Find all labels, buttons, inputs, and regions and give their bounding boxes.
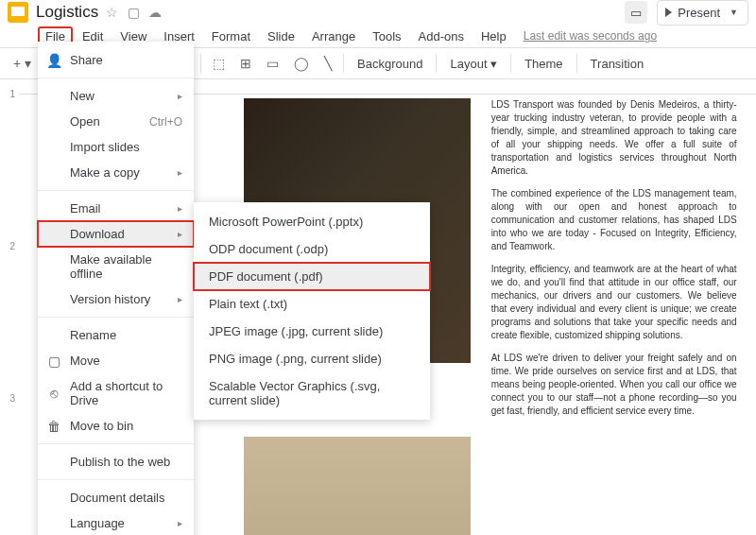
title-icons: ☆ ▢ ☁ (106, 5, 167, 20)
tb-layout[interactable]: Layout ▾ (442, 57, 505, 71)
menu-download[interactable]: Download▸ (38, 221, 194, 247)
folder-icon: ▢ (45, 354, 62, 369)
shortcut-icon: ⎋ (45, 386, 62, 401)
file-dropdown: 👤Share New▸ OpenCtrl+O Import slides Mak… (38, 42, 194, 535)
menu-open[interactable]: OpenCtrl+O (38, 109, 194, 134)
menu-offline[interactable]: Make available offline (38, 247, 194, 286)
menu-doc-details[interactable]: Document details (38, 485, 194, 510)
download-pptx[interactable]: Microsoft PowerPoint (.pptx) (194, 208, 430, 235)
download-pdf[interactable]: PDF document (.pdf) (194, 263, 430, 290)
slide-text: LDS Transport was founded by Denis Medei… (491, 98, 737, 427)
download-svg[interactable]: Scalable Vector Graphics (.svg, current … (194, 372, 430, 414)
menu-share[interactable]: 👤Share (38, 47, 194, 73)
menu-help[interactable]: Help (473, 26, 514, 46)
folder-icon[interactable]: ▢ (128, 5, 140, 20)
menu-version-history[interactable]: Version history▸ (38, 286, 194, 312)
cloud-icon[interactable]: ☁ (148, 5, 162, 20)
tb-theme[interactable]: Theme (517, 57, 570, 71)
share-icon: 👤 (45, 53, 62, 68)
slide-image-bottom (244, 437, 471, 535)
download-odp[interactable]: ODP document (.odp) (194, 235, 430, 263)
download-submenu: Microsoft PowerPoint (.pptx) ODP documen… (194, 202, 430, 420)
present-button[interactable]: Present ▼ (657, 0, 748, 26)
download-txt[interactable]: Plain text (.txt) (194, 290, 430, 318)
bin-icon: 🗑 (45, 419, 62, 434)
slide-thumbnails: 1 2 3 4 (0, 79, 19, 535)
menu-email[interactable]: Email▸ (38, 196, 194, 221)
menu-make-copy[interactable]: Make a copy▸ (38, 160, 194, 185)
doc-title[interactable]: Logistics (36, 3, 98, 22)
download-png[interactable]: PNG image (.png, current slide) (194, 345, 430, 372)
thumb-2[interactable]: 2 (0, 241, 19, 251)
new-slide-button[interactable]: + ▾ (8, 52, 37, 75)
menu-rename[interactable]: Rename (38, 322, 194, 348)
menu-new[interactable]: New▸ (38, 83, 194, 109)
menu-publish[interactable]: Publish to the web (38, 449, 194, 475)
select-icon[interactable]: ⬚ (207, 52, 231, 75)
menu-arrange[interactable]: Arrange (304, 26, 363, 46)
menu-import-slides[interactable]: Import slides (38, 134, 194, 160)
chevron-down-icon[interactable]: ▼ (730, 8, 738, 17)
menu-addons[interactable]: Add-ons (411, 26, 472, 46)
comments-icon[interactable]: ▭ (625, 1, 647, 24)
present-label: Present (678, 6, 720, 20)
menu-slide[interactable]: Slide (260, 26, 302, 46)
menu-move[interactable]: ▢Move (38, 348, 194, 373)
line-icon[interactable]: ╲ (318, 52, 337, 75)
slides-logo (8, 2, 28, 23)
menu-move-bin[interactable]: 🗑Move to bin (38, 413, 194, 439)
menu-tools[interactable]: Tools (365, 26, 408, 46)
star-icon[interactable]: ☆ (106, 5, 118, 20)
download-jpg[interactable]: JPEG image (.jpg, current slide) (194, 318, 430, 345)
menu-add-shortcut[interactable]: ⎋Add a shortcut to Drive (38, 373, 194, 413)
image-icon[interactable]: ▭ (261, 52, 284, 75)
thumb-1[interactable]: 1 (0, 89, 19, 99)
last-edit[interactable]: Last edit was seconds ago (524, 29, 657, 43)
shape-icon[interactable]: ◯ (288, 52, 315, 75)
textbox-icon[interactable]: ⊞ (234, 52, 257, 75)
play-icon (665, 8, 672, 17)
menu-format[interactable]: Format (204, 26, 258, 46)
thumb-3[interactable]: 3 (0, 393, 19, 404)
menu-language[interactable]: Language▸ (38, 510, 194, 535)
tb-transition[interactable]: Transition (583, 57, 652, 71)
tb-background[interactable]: Background (350, 57, 430, 71)
